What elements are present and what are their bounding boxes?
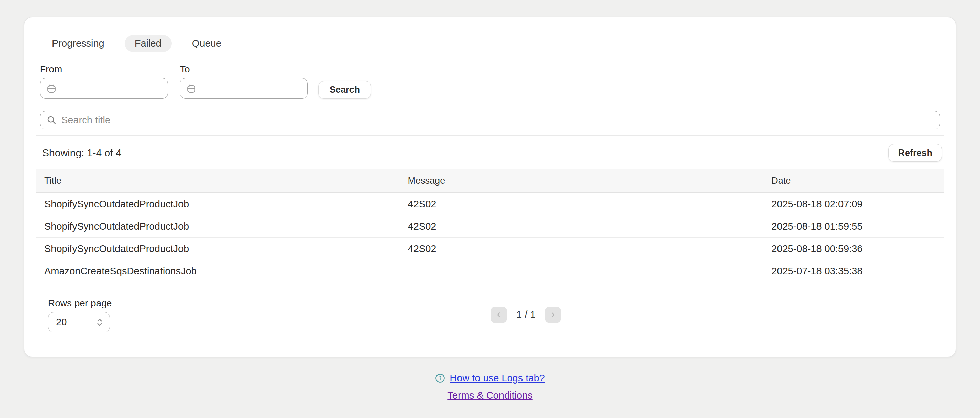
info-icon xyxy=(435,374,445,383)
page-indicator: 1 / 1 xyxy=(516,309,535,320)
table-header-row: Title Message Date xyxy=(35,169,945,193)
chevron-right-icon xyxy=(549,311,557,318)
search-title-input[interactable] xyxy=(61,115,934,126)
tab-queue[interactable]: Queue xyxy=(182,35,232,52)
chevron-left-icon xyxy=(495,311,503,318)
search-icon xyxy=(46,115,57,125)
search-title-row xyxy=(35,111,945,129)
rows-per-page-label: Rows per page xyxy=(48,298,112,309)
column-header-title: Title xyxy=(35,169,399,193)
column-header-date: Date xyxy=(763,169,945,193)
table-row: ShopifySyncOutdatedProductJob 42S02 2025… xyxy=(35,238,945,260)
cell-date: 2025-07-18 03:35:38 xyxy=(763,260,945,282)
cell-message: 42S02 xyxy=(399,238,763,260)
table-row: ShopifySyncOutdatedProductJob 42S02 2025… xyxy=(35,215,945,238)
cell-date: 2025-08-18 02:07:09 xyxy=(763,193,945,215)
tab-failed[interactable]: Failed xyxy=(125,35,172,52)
from-date-value[interactable] xyxy=(61,83,162,94)
footer: How to use Logs tab? Terms & Conditions xyxy=(0,373,980,401)
cell-title: ShopifySyncOutdatedProductJob xyxy=(35,193,399,215)
to-label: To xyxy=(180,64,308,75)
terms-link[interactable]: Terms & Conditions xyxy=(447,390,532,401)
logs-table: Title Message Date ShopifySyncOutdatedPr… xyxy=(35,169,945,282)
help-link[interactable]: How to use Logs tab? xyxy=(450,373,545,384)
cell-message xyxy=(399,260,763,282)
cell-title: ShopifySyncOutdatedProductJob xyxy=(35,238,399,260)
rows-per-page-value: 20 xyxy=(56,317,67,328)
refresh-button[interactable]: Refresh xyxy=(888,144,942,162)
to-date-value[interactable] xyxy=(201,83,301,94)
logs-panel: Progressing Failed Queue From To xyxy=(24,17,956,357)
results-toolbar: Showing: 1-4 of 4 Refresh xyxy=(35,135,945,169)
table-row: ShopifySyncOutdatedProductJob 42S02 2025… xyxy=(35,193,945,215)
cell-date: 2025-08-18 01:59:55 xyxy=(763,215,945,238)
from-field: From xyxy=(40,64,168,99)
tab-progressing[interactable]: Progressing xyxy=(41,35,115,52)
calendar-icon xyxy=(186,84,196,94)
tab-bar: Progressing Failed Queue xyxy=(41,35,945,52)
cell-title: AmazonCreateSqsDestinationsJob xyxy=(35,260,399,282)
column-header-message: Message xyxy=(399,169,763,193)
next-page-button[interactable] xyxy=(545,307,561,323)
previous-page-button[interactable] xyxy=(491,307,507,323)
from-date-input[interactable] xyxy=(40,78,168,99)
pager: 1 / 1 xyxy=(112,307,940,323)
pagination-row: Rows per page 20 1 / 1 xyxy=(35,298,945,332)
search-button[interactable]: Search xyxy=(318,81,371,99)
showing-count: Showing: 1-4 of 4 xyxy=(42,147,121,158)
to-field: To xyxy=(180,64,308,99)
to-date-input[interactable] xyxy=(180,78,308,99)
cell-title: ShopifySyncOutdatedProductJob xyxy=(35,215,399,238)
help-line: How to use Logs tab? xyxy=(435,373,545,384)
cell-message: 42S02 xyxy=(399,193,763,215)
date-filters: From To Search xyxy=(40,64,945,99)
search-title-box[interactable] xyxy=(40,111,940,129)
rows-per-page: Rows per page 20 xyxy=(48,298,112,332)
from-label: From xyxy=(40,64,168,75)
rows-per-page-select[interactable]: 20 xyxy=(48,312,110,332)
cell-date: 2025-08-18 00:59:36 xyxy=(763,238,945,260)
calendar-icon xyxy=(46,84,57,94)
cell-message: 42S02 xyxy=(399,215,763,238)
chevron-updown-icon xyxy=(95,317,104,328)
table-row: AmazonCreateSqsDestinationsJob 2025-07-1… xyxy=(35,260,945,282)
